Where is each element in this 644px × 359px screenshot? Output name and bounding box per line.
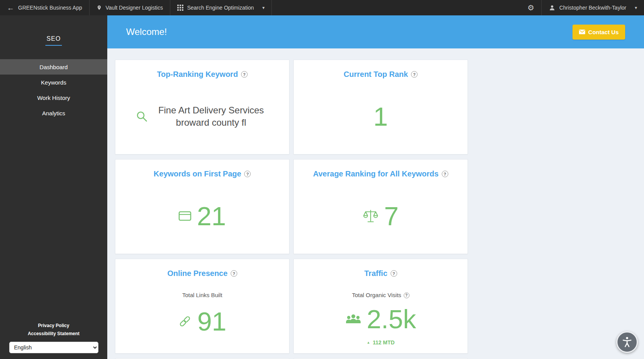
location-label: Vault Designer Logistics (106, 5, 163, 11)
card-keywords-first-page: Keywords on First Page ? 21 (115, 159, 290, 254)
sidebar-item-dashboard[interactable]: Dashboard (0, 59, 107, 75)
people-icon (345, 313, 361, 325)
back-arrow-icon[interactable]: ← (7, 4, 14, 12)
envelope-icon (579, 30, 585, 34)
links-built-value: 91 (197, 308, 226, 334)
location-selector[interactable]: Vault Designer Logistics (90, 0, 170, 15)
location-pin-icon (97, 4, 102, 11)
module-selector[interactable]: Search Engine Optimization ▾ (170, 0, 272, 15)
top-keyword-value: Fine Art Delivery Services broward count… (153, 104, 269, 129)
accessibility-statement-link[interactable]: Accessibility Statement (0, 331, 107, 336)
card-title: Online Presence (167, 269, 228, 278)
user-icon (549, 4, 556, 11)
settings-button[interactable]: ⚙ (521, 0, 541, 15)
sidebar-footer: Privacy Policy Accessibility Statement E… (0, 320, 107, 359)
welcome-text: Welcome! (126, 27, 167, 37)
help-icon[interactable]: ? (244, 171, 251, 177)
privacy-policy-link[interactable]: Privacy Policy (0, 323, 107, 328)
card-traffic: Traffic ? Total Organic Visits ? (293, 259, 468, 354)
user-menu[interactable]: Christopher Beckwith-Taylor ▾ (542, 0, 644, 15)
topbar: ← GREENstick Business App Vault Designer… (0, 0, 644, 15)
organic-visits-value: 2.5k (367, 306, 416, 332)
user-name: Christopher Beckwith-Taylor (559, 5, 626, 11)
accessibility-icon (621, 336, 633, 348)
card-title: Average Ranking for All Keywords (313, 170, 438, 178)
chevron-down-icon: ▾ (262, 5, 265, 10)
search-icon (136, 110, 148, 123)
card-title: Traffic (364, 269, 387, 278)
help-icon[interactable]: ? (411, 71, 418, 78)
traffic-delta-value: 112 MTD (373, 339, 395, 346)
language-select[interactable]: English (9, 342, 98, 353)
browser-window-icon (178, 211, 191, 221)
app-title: GREENstick Business App (18, 5, 82, 11)
help-icon[interactable]: ? (231, 270, 237, 277)
card-average-ranking: Average Ranking for All Keywords ? 7 (293, 159, 468, 254)
traffic-delta: ▲ 112 MTD (367, 339, 395, 346)
card-title: Keywords on First Page (154, 170, 241, 178)
sidebar-nav: Dashboard Keywords Work History Analytic… (0, 59, 107, 121)
chevron-down-icon: ▾ (635, 5, 637, 10)
card-subtitle: Total Organic Visits (352, 292, 401, 298)
cards-grid: Top-Ranking Keyword ? Fine Art Delivery … (115, 60, 644, 359)
back-button[interactable]: ← GREENstick Business App (0, 0, 89, 15)
contact-us-button[interactable]: Contact Us (572, 25, 625, 40)
card-subtitle: Total Links Built (182, 292, 222, 298)
topbar-divider (271, 0, 272, 15)
sidebar-title: SEO (45, 35, 62, 46)
accessibility-widget-button[interactable] (616, 331, 638, 353)
card-current-top-rank: Current Top Rank ? 1 (293, 60, 468, 155)
module-label: Search Engine Optimization (187, 5, 254, 11)
card-title: Current Top Rank (344, 70, 408, 79)
card-title: Top-Ranking Keyword (157, 70, 238, 79)
average-ranking-value: 7 (384, 203, 399, 229)
topbar-right: ⚙ Christopher Beckwith-Taylor ▾ (521, 0, 644, 15)
help-icon[interactable]: ? (442, 171, 448, 177)
first-page-keywords-value: 21 (197, 203, 226, 229)
welcome-banner: Welcome! Contact Us (107, 15, 644, 48)
contact-us-label: Contact Us (588, 29, 619, 35)
help-icon[interactable]: ? (391, 270, 397, 277)
up-arrow-icon: ▲ (367, 341, 370, 344)
sidebar: SEO Dashboard Keywords Work History Anal… (0, 15, 107, 359)
help-icon[interactable]: ? (241, 71, 248, 78)
card-top-ranking-keyword: Top-Ranking Keyword ? Fine Art Delivery … (115, 60, 290, 155)
balance-scale-icon (363, 208, 379, 224)
link-icon (178, 314, 192, 328)
card-online-presence: Online Presence ? Total Links Built 91 (115, 259, 290, 354)
sidebar-item-analytics[interactable]: Analytics (0, 105, 107, 121)
main-content: Welcome! Contact Us Top-Ranking Keyword … (107, 15, 644, 359)
help-icon[interactable]: ? (404, 293, 409, 298)
sidebar-item-keywords[interactable]: Keywords (0, 75, 107, 90)
gear-icon[interactable]: ⚙ (528, 4, 534, 12)
apps-grid-icon (177, 5, 183, 11)
sidebar-item-work-history[interactable]: Work History (0, 90, 107, 105)
top-rank-value: 1 (373, 103, 388, 130)
